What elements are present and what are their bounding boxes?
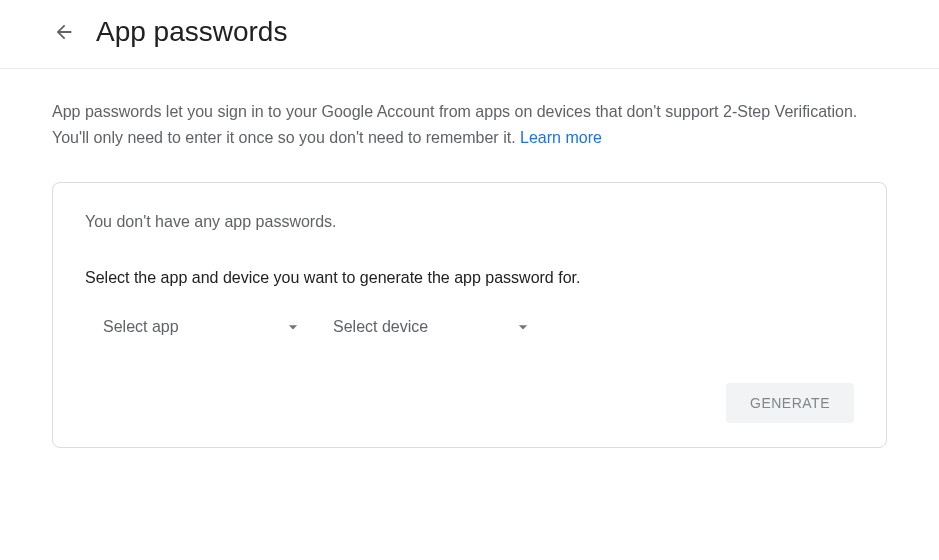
empty-state-message: You don't have any app passwords. bbox=[85, 213, 854, 231]
description-body: App passwords let you sign in to your Go… bbox=[52, 103, 857, 146]
chevron-down-icon bbox=[283, 317, 303, 337]
chevron-down-icon bbox=[513, 317, 533, 337]
page-title: App passwords bbox=[96, 16, 287, 48]
description-text: App passwords let you sign in to your Go… bbox=[52, 99, 887, 150]
instruction-text: Select the app and device you want to ge… bbox=[85, 269, 854, 287]
select-app-dropdown[interactable]: Select app bbox=[103, 311, 303, 343]
app-passwords-card: You don't have any app passwords. Select… bbox=[52, 182, 887, 448]
select-app-label: Select app bbox=[103, 318, 179, 336]
dropdowns-row: Select app Select device bbox=[85, 311, 854, 343]
generate-button[interactable]: GENERATE bbox=[726, 383, 854, 423]
select-device-dropdown[interactable]: Select device bbox=[333, 311, 533, 343]
select-device-label: Select device bbox=[333, 318, 428, 336]
card-actions: GENERATE bbox=[85, 383, 854, 423]
back-arrow-icon[interactable] bbox=[52, 20, 76, 44]
page-header: App passwords bbox=[0, 0, 939, 69]
main-content: App passwords let you sign in to your Go… bbox=[0, 69, 939, 478]
learn-more-link[interactable]: Learn more bbox=[520, 129, 602, 146]
